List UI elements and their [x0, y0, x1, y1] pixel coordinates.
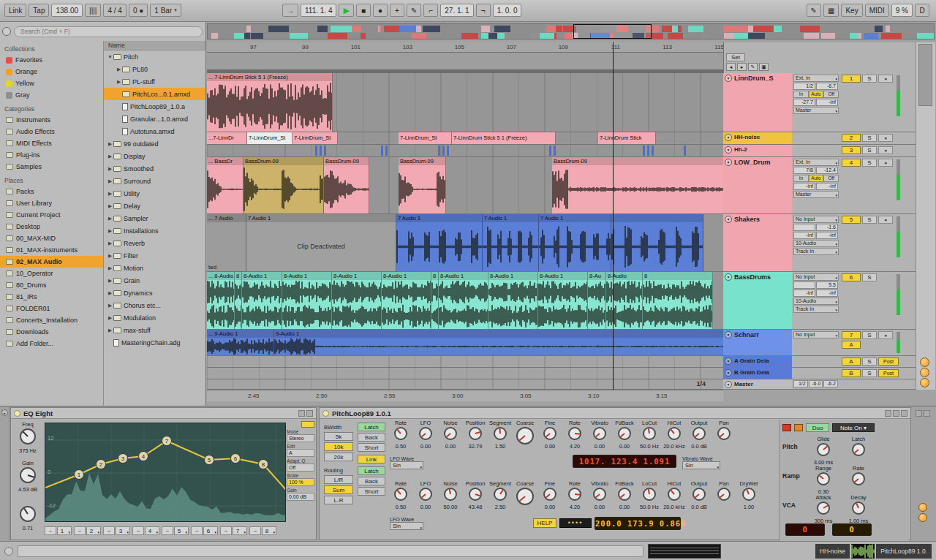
knob-value[interactable]: 0.00	[413, 504, 438, 510]
knob-value[interactable]: 0.0 dB	[687, 504, 712, 510]
io-chooser-track-in[interactable]: Track In▾	[793, 306, 839, 313]
filter-shape-icon[interactable]: ~	[103, 526, 115, 535]
band-number[interactable]: 7▾	[233, 526, 247, 535]
device-on-toggle[interactable]	[322, 410, 329, 417]
clip[interactable]: BassDrum-09	[244, 157, 324, 213]
knob-dial[interactable]	[394, 488, 407, 501]
track-lane-hh-2[interactable]	[207, 145, 723, 157]
unfold-arrow-icon[interactable]: ▼	[725, 369, 732, 377]
track-lane-a-grain-dela[interactable]	[207, 356, 723, 368]
knob-dial[interactable]	[444, 427, 457, 440]
device-chain-tab-pitchloop89-1-0[interactable]: PitchLoop89 1.0.	[876, 544, 932, 559]
tree-item-dynamics[interactable]: ▶Dynamics	[104, 287, 205, 299]
track-number[interactable]: 7	[842, 331, 861, 339]
knob-dial[interactable]	[593, 427, 606, 440]
unfold-arrow-icon[interactable]: ▼	[725, 357, 732, 365]
knob-value[interactable]: 0.00	[413, 443, 438, 450]
value-a[interactable]: -27.7	[793, 99, 815, 106]
save-preset-icon[interactable]	[901, 410, 907, 417]
io-chooser-no-input[interactable]: No Input▾	[793, 273, 839, 281]
unfold-arrow-icon[interactable]: ▼	[725, 134, 732, 141]
knob-dial[interactable]	[516, 488, 534, 505]
arm-button[interactable]: ●	[878, 216, 893, 224]
knob-dial[interactable]	[668, 488, 681, 501]
io-chooser-master[interactable]: Master▾	[793, 107, 839, 114]
knob-value[interactable]: 0.00	[587, 443, 612, 450]
sidebar-item-desktop[interactable]: Desktop	[0, 221, 103, 232]
track-header-schnarr[interactable]: ▼SchnarrNo Input▾7S●A	[723, 330, 916, 356]
unfold-arrow-icon[interactable]: ▼	[725, 159, 732, 166]
filter-shape-icon[interactable]: ~	[220, 526, 232, 535]
arm-button[interactable]: ●	[878, 159, 893, 167]
button-latch[interactable]: Latch	[358, 466, 385, 475]
tree-item-utility[interactable]: ▶Utility	[104, 187, 205, 200]
tempo-field[interactable]: 138.00	[51, 4, 83, 17]
track-number[interactable]: A	[842, 357, 861, 366]
eq-field-mode[interactable]: Stereo▾	[287, 434, 314, 442]
duo-button[interactable]: Duo	[806, 423, 829, 432]
track-number[interactable]: 6	[842, 273, 861, 281]
filter-shape-icon[interactable]: ~	[191, 526, 203, 535]
punch-out-button[interactable]: ¬	[476, 4, 491, 17]
knob-dial[interactable]	[852, 472, 865, 485]
value-b[interactable]: -inf	[816, 290, 838, 297]
button-20k[interactable]: 20k	[324, 453, 353, 461]
knob-dial[interactable]	[717, 427, 731, 440]
value-b[interactable]: -6.2	[823, 380, 838, 387]
track-number[interactable]: 2	[842, 134, 861, 142]
knob-dial[interactable]	[643, 488, 656, 501]
knob-dial[interactable]	[717, 488, 731, 501]
monitor-auto[interactable]: Auto	[809, 175, 824, 182]
sidebar-item-downloads[interactable]: Downloads	[0, 326, 103, 338]
tree-item-display[interactable]: ▶Display	[104, 150, 205, 162]
knob-dial[interactable]	[444, 488, 457, 501]
sidebar-item-10-operator[interactable]: 10_Operator	[0, 268, 103, 279]
band-number[interactable]: 5▾	[174, 526, 189, 535]
knob-value[interactable]: 50.0 Hz	[637, 504, 662, 510]
band-number[interactable]: 3▾	[116, 526, 130, 535]
eq-curve-display[interactable]: 120-1212347568	[45, 423, 286, 522]
knob-value[interactable]: 50.00	[438, 504, 463, 510]
track-header-bassdrums[interactable]: ▼BassDrumsNo Input▾5.5-inf-inf10-Audio▾T…	[723, 272, 916, 330]
track-name[interactable]: ▼LinnDrum_S	[723, 73, 792, 132]
sidebar-item-audio-effects[interactable]: Audio Effects	[0, 126, 103, 137]
filter-shape-icon[interactable]: ~	[132, 526, 144, 535]
clip[interactable]: 7-LinnDrum_St	[399, 132, 452, 144]
arm-button[interactable]: ●	[878, 146, 893, 154]
track-number[interactable]: B	[842, 369, 861, 377]
knob-dial[interactable]	[692, 488, 706, 501]
knob-dial[interactable]	[618, 488, 631, 501]
io-chooser-master[interactable]: Master▾	[793, 191, 839, 198]
out-chooser[interactable]: 1/2	[793, 380, 808, 387]
sidebar-item-samples[interactable]: Samples	[0, 161, 103, 173]
key-map-button[interactable]: Key	[841, 4, 862, 17]
filter-shape-icon[interactable]: ~	[74, 526, 86, 535]
io-chooser-10-audio[interactable]: 10-Audio▾	[793, 298, 839, 305]
tree-item-installations[interactable]: ▶Installations	[104, 224, 205, 237]
monitor-off[interactable]: Off	[823, 91, 839, 98]
tree-item-smoothed[interactable]: ▶Smoothed	[104, 162, 205, 175]
clip[interactable]: 8	[643, 272, 713, 329]
tree-item-pitchloop89-1-0-a[interactable]: PitchLoop89_1.0.a	[104, 100, 205, 113]
clip[interactable]: 8-Audio 1	[282, 272, 332, 329]
button-back[interactable]: Back	[358, 433, 385, 442]
clip[interactable]: 7-LinnDrum_St	[292, 132, 338, 144]
value-b[interactable]: -inf	[816, 232, 838, 239]
clip[interactable]: 7-LinnDrum Stick	[598, 132, 656, 144]
nudge-buttons[interactable]: ||||	[85, 4, 101, 17]
track-name[interactable]: ▼Shakers	[723, 214, 792, 271]
unfold-arrow-icon[interactable]: ▼	[725, 146, 732, 154]
sidebar-item-plug-ins[interactable]: Plug-ins	[0, 149, 103, 161]
sidebar-item-folder01[interactable]: FOLDER01	[0, 303, 103, 314]
knob-value[interactable]: 0.0 dB	[687, 443, 712, 450]
scrub-area[interactable]	[207, 53, 723, 69]
sidebar-item-gray[interactable]: Gray	[0, 89, 103, 101]
solo-button[interactable]: S	[862, 159, 877, 167]
track-number[interactable]: 4	[842, 159, 861, 167]
value-a[interactable]	[793, 281, 815, 289]
value-b[interactable]: -inf	[816, 99, 838, 106]
clip[interactable]: 8-Audio 1	[538, 272, 588, 329]
sidebar-item-packs[interactable]: Packs	[0, 186, 103, 197]
solo-button[interactable]: S	[862, 331, 877, 339]
sidebar-item-orange[interactable]: Orange	[0, 66, 103, 77]
